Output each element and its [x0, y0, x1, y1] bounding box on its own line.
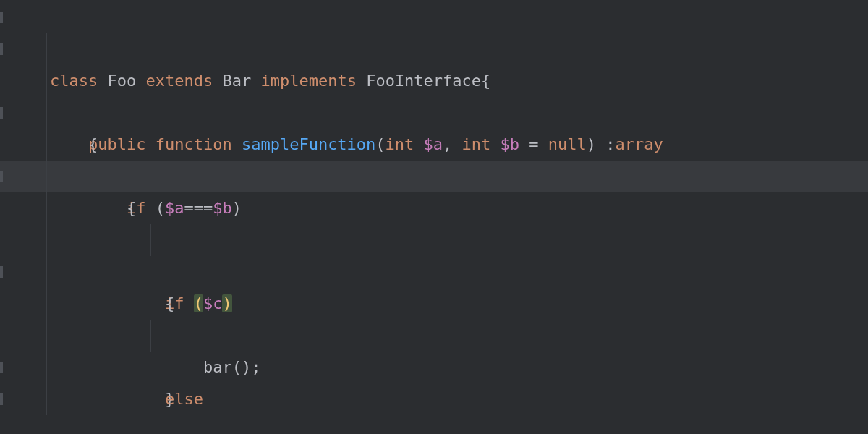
- gutter-mark-icon: [0, 362, 3, 373]
- gutter-mark-icon: [0, 107, 3, 119]
- code-line[interactable]: if ($a===$b): [0, 97, 868, 129]
- indent-guide: [46, 320, 47, 352]
- indent-guide: [116, 161, 116, 192]
- code-line[interactable]: {: [0, 129, 868, 161]
- indent-guide: [46, 97, 47, 129]
- code-line[interactable]: baz();: [0, 320, 868, 352]
- indent-guide: [46, 224, 47, 256]
- gutter-mark-icon: [0, 393, 3, 405]
- indent-guide: [46, 352, 47, 383]
- indent-guide: [46, 161, 47, 192]
- code-line[interactable]: }: [0, 352, 868, 383]
- indent-guide: [46, 256, 47, 288]
- indent-guide: [46, 288, 47, 320]
- indent-guide: [46, 65, 47, 97]
- code-line[interactable]: public function sampleFunction(int $a, i…: [0, 33, 868, 65]
- indent-guide: [116, 224, 116, 256]
- code-line[interactable]: {: [0, 65, 868, 97]
- gutter-mark-icon: [0, 12, 3, 23]
- indent-guide: [46, 383, 47, 415]
- code-line[interactable]: class Foo extends Bar implements FooInte…: [0, 1, 868, 33]
- code-line[interactable]: else: [0, 288, 868, 320]
- code-line[interactable]: elseif ($a > $b) {: [0, 383, 868, 415]
- gutter-mark-icon: [0, 266, 3, 278]
- gutter-mark-icon: [0, 43, 3, 55]
- code-line[interactable]: {: [0, 192, 868, 224]
- indent-guide: [46, 33, 47, 65]
- indent-guide: [116, 192, 116, 224]
- gutter-mark-icon: [0, 171, 3, 182]
- indent-guide: [46, 192, 47, 224]
- code-editor[interactable]: class Foo extends Bar implements FooInte…: [0, 0, 868, 415]
- indent-guide: [150, 224, 151, 256]
- code-line-active[interactable]: if ($c): [0, 161, 868, 192]
- code-line[interactable]: bar();: [0, 224, 868, 256]
- indent-guide: [116, 288, 116, 320]
- indent-guide: [116, 320, 116, 352]
- indent-guide: [150, 320, 151, 352]
- indent-guide: [46, 129, 47, 161]
- indent-guide: [116, 256, 116, 288]
- code-line[interactable]: }: [0, 256, 868, 288]
